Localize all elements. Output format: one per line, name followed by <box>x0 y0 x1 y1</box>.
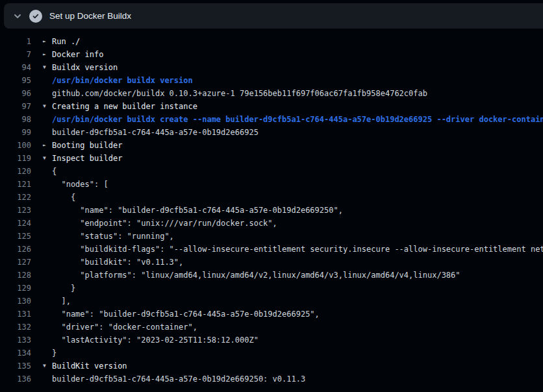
line-number[interactable]: 120 <box>0 165 31 178</box>
log-line: 123 "name": "builder-d9cfb5a1-c764-445a-… <box>0 204 543 217</box>
arrow-spacer <box>31 204 52 217</box>
line-number[interactable]: 128 <box>0 269 31 282</box>
arrow-spacer <box>31 347 52 360</box>
group-title: BuildKit version <box>52 360 543 373</box>
log-line: 122 { <box>0 191 543 204</box>
log-line: 136builder-d9cfb5a1-c764-445a-a57e-0b19d… <box>0 373 543 386</box>
line-number[interactable]: 127 <box>0 256 31 269</box>
log-group-row[interactable]: 100►Booting builder <box>0 139 543 152</box>
line-number[interactable]: 132 <box>0 321 31 334</box>
line-number[interactable]: 95 <box>0 74 31 87</box>
line-number[interactable]: 126 <box>0 243 31 256</box>
log-group-row[interactable]: 1►Run ./ <box>0 35 543 48</box>
arrow-spacer <box>31 308 52 321</box>
arrow-spacer <box>31 269 52 282</box>
group-expanded-icon[interactable]: ▼ <box>31 360 52 373</box>
log-line: 128 "platforms": "linux/amd64,linux/amd6… <box>0 269 543 282</box>
line-number[interactable]: 123 <box>0 204 31 217</box>
group-title: Booting builder <box>52 139 543 152</box>
command-text: /usr/bin/docker buildx create --name bui… <box>52 113 543 126</box>
output-text: } <box>52 347 543 360</box>
group-title: Inspect builder <box>52 152 543 165</box>
line-number[interactable]: 119 <box>0 152 31 165</box>
log-line: 126 "buildkitd-flags": "--allow-insecure… <box>0 243 543 256</box>
output-text: } <box>52 282 543 295</box>
group-collapsed-icon[interactable]: ► <box>31 48 52 61</box>
group-title: Run ./ <box>52 35 543 48</box>
line-number[interactable]: 135 <box>0 360 31 373</box>
line-number[interactable]: 96 <box>0 87 31 100</box>
step-header[interactable]: Set up Docker Buildx <box>4 3 543 29</box>
line-number[interactable]: 129 <box>0 282 31 295</box>
arrow-spacer <box>31 87 52 100</box>
arrow-spacer <box>31 334 52 347</box>
output-text: "endpoint": "unix:///var/run/docker.sock… <box>52 217 543 230</box>
output-text: { <box>52 165 543 178</box>
group-title: Docker info <box>52 48 543 61</box>
arrow-spacer <box>31 256 52 269</box>
line-number[interactable]: 94 <box>0 61 31 74</box>
output-text: builder-d9cfb5a1-c764-445a-a57e-0b19d2e6… <box>52 373 543 386</box>
log-group-row[interactable]: 7►Docker info <box>0 48 543 61</box>
log-line: 120{ <box>0 165 543 178</box>
output-text: "platforms": "linux/amd64,linux/amd64/v2… <box>52 269 543 282</box>
line-number[interactable]: 124 <box>0 217 31 230</box>
output-text: "driver": "docker-container", <box>52 321 543 334</box>
arrow-spacer <box>31 126 52 139</box>
arrow-spacer <box>31 282 52 295</box>
line-number[interactable]: 122 <box>0 191 31 204</box>
line-number[interactable]: 1 <box>0 35 31 48</box>
log-line: 124 "endpoint": "unix:///var/run/docker.… <box>0 217 543 230</box>
line-number[interactable]: 98 <box>0 113 31 126</box>
line-number[interactable]: 131 <box>0 308 31 321</box>
log-line: 132 "driver": "docker-container", <box>0 321 543 334</box>
output-text: "nodes": [ <box>52 178 543 191</box>
output-text: builder-d9cfb5a1-c764-445a-a57e-0b19d2e6… <box>52 126 543 139</box>
line-number[interactable]: 99 <box>0 126 31 139</box>
output-text: "lastActivity": "2023-02-25T11:58:12.000… <box>52 334 543 347</box>
log-group-row[interactable]: 94▼Buildx version <box>0 61 543 74</box>
log-line: 127 "buildkit": "v0.11.3", <box>0 256 543 269</box>
group-expanded-icon[interactable]: ▼ <box>31 61 52 74</box>
line-number[interactable]: 136 <box>0 373 31 386</box>
output-text: "buildkit": "v0.11.3", <box>52 256 543 269</box>
arrow-spacer <box>31 74 52 87</box>
command-text: /usr/bin/docker buildx version <box>52 74 543 87</box>
arrow-spacer <box>31 321 52 334</box>
line-number[interactable]: 7 <box>0 48 31 61</box>
log-group-row[interactable]: 135▼BuildKit version <box>0 360 543 373</box>
output-text: "buildkitd-flags": "--allow-insecure-ent… <box>52 243 543 256</box>
line-number[interactable]: 130 <box>0 295 31 308</box>
log-group-row[interactable]: 97▼Creating a new builder instance <box>0 100 543 113</box>
group-collapsed-icon[interactable]: ► <box>31 139 52 152</box>
line-number[interactable]: 125 <box>0 230 31 243</box>
output-text: { <box>52 191 543 204</box>
line-number[interactable]: 121 <box>0 178 31 191</box>
group-title: Buildx version <box>52 61 543 74</box>
line-number[interactable]: 100 <box>0 139 31 152</box>
chevron-down-icon[interactable] <box>12 11 23 21</box>
output-text: ], <box>52 295 543 308</box>
output-text: "status": "running", <box>52 230 543 243</box>
log-line: 125 "status": "running", <box>0 230 543 243</box>
arrow-spacer <box>31 373 52 386</box>
log-line: 96github.com/docker/buildx 0.10.3+azure-… <box>0 87 543 100</box>
log-line: 134} <box>0 347 543 360</box>
group-expanded-icon[interactable]: ▼ <box>31 152 52 165</box>
log-viewer: 1►Run ./7►Docker info94▼Buildx version95… <box>0 35 543 386</box>
output-text: github.com/docker/buildx 0.10.3+azure-1 … <box>52 87 543 100</box>
line-number[interactable]: 133 <box>0 334 31 347</box>
line-number[interactable]: 97 <box>0 100 31 113</box>
group-expanded-icon[interactable]: ▼ <box>31 100 52 113</box>
line-number[interactable]: 134 <box>0 347 31 360</box>
group-title: Creating a new builder instance <box>52 100 543 113</box>
log-line: 95/usr/bin/docker buildx version <box>0 74 543 87</box>
arrow-spacer <box>31 178 52 191</box>
log-group-row[interactable]: 119▼Inspect builder <box>0 152 543 165</box>
arrow-spacer <box>31 243 52 256</box>
arrow-spacer <box>31 165 52 178</box>
arrow-spacer <box>31 230 52 243</box>
output-text: "name": "builder-d9cfb5a1-c764-445a-a57e… <box>52 204 543 217</box>
log-line: 131 "name": "builder-d9cfb5a1-c764-445a-… <box>0 308 543 321</box>
group-collapsed-icon[interactable]: ► <box>31 35 52 48</box>
